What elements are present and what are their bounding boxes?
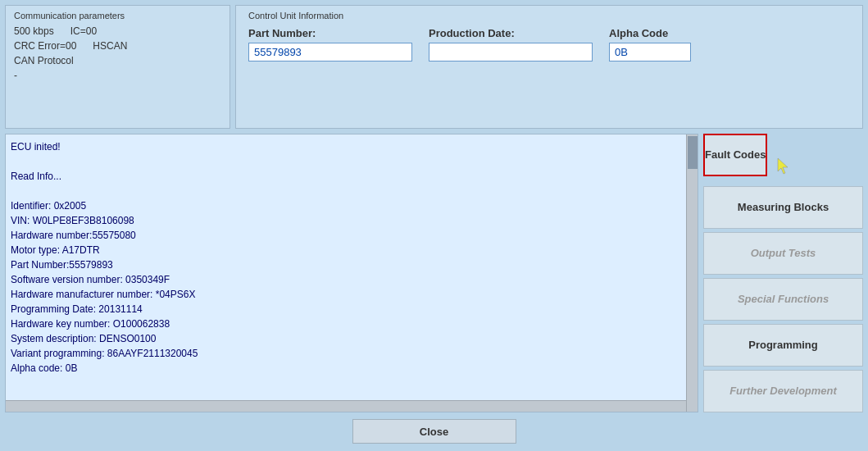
fault-codes-button[interactable]: Fault Codes [703, 134, 767, 176]
comm-params-panel: Communication parameters 500 kbps IC=00 … [5, 5, 230, 129]
log-bottom-scrollbar[interactable] [6, 400, 686, 412]
fault-codes-wrapper: Fault Codes [703, 134, 863, 176]
prod-date-label: Production Date: [429, 27, 593, 39]
part-number-input[interactable] [248, 43, 412, 61]
control-unit-panel: Control Unit Information Part Number: Pr… [235, 5, 863, 129]
control-unit-title: Control Unit Information [248, 11, 850, 20]
param-crc: CRC Error=00 [14, 40, 76, 52]
part-number-label: Part Number: [248, 27, 412, 39]
mouse-cursor-icon [775, 157, 790, 175]
param-hscan: HSCAN [93, 40, 127, 52]
param-row-3: CAN Protocol [14, 55, 221, 66]
log-scrollbar-thumb[interactable] [688, 136, 698, 169]
footer: Close [5, 417, 863, 446]
log-content: ECU inited! Read Info... Identifier: 0x2… [11, 139, 693, 399]
part-number-field: Part Number: [248, 27, 412, 61]
svg-marker-0 [778, 158, 788, 174]
close-button[interactable]: Close [352, 419, 516, 444]
log-scrollbar[interactable] [686, 134, 698, 412]
cu-fields: Part Number: Production Date: Alpha Code [248, 27, 850, 61]
param-row-1: 500 kbps IC=00 [14, 25, 221, 37]
special-functions-button[interactable]: Special Functions [703, 278, 863, 321]
main-container: Communication parameters 500 kbps IC=00 … [0, 0, 868, 451]
param-ic: IC=00 [70, 25, 97, 37]
prod-date-field: Production Date: [429, 27, 593, 61]
comm-params-title: Communication parameters [14, 11, 221, 20]
param-row-4: - [14, 70, 221, 81]
log-panel: ECU inited! Read Info... Identifier: 0x2… [5, 134, 698, 412]
further-development-button[interactable]: Further Development [703, 370, 863, 412]
bottom-section: ECU inited! Read Info... Identifier: 0x2… [5, 134, 863, 412]
top-section: Communication parameters 500 kbps IC=00 … [5, 5, 863, 129]
output-tests-button[interactable]: Output Tests [703, 232, 863, 275]
right-panel: Fault Codes Measuring Blocks Output Test… [703, 134, 863, 412]
programming-button[interactable]: Programming [703, 324, 863, 367]
param-dash: - [14, 70, 17, 81]
param-speed: 500 kbps [14, 25, 54, 37]
alpha-code-field: Alpha Code [609, 27, 691, 61]
measuring-blocks-button[interactable]: Measuring Blocks [703, 186, 863, 229]
param-can: CAN Protocol [14, 55, 74, 66]
alpha-code-label: Alpha Code [609, 27, 691, 39]
param-row-2: CRC Error=00 HSCAN [14, 40, 221, 52]
prod-date-input[interactable] [429, 43, 593, 61]
alpha-code-input[interactable] [609, 43, 691, 61]
